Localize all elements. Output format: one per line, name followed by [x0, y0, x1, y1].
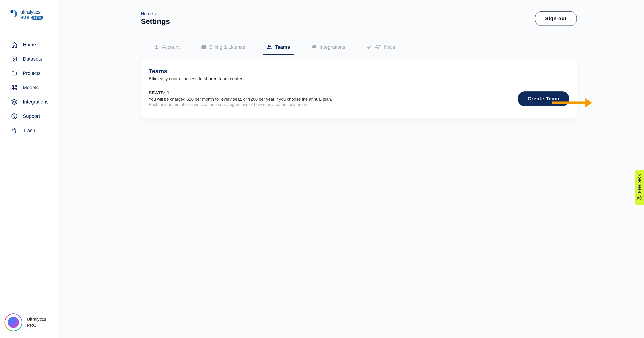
- settings-tabs: Account Billing & License Teams Integrat…: [141, 42, 577, 53]
- sidebar-item-label: Trash: [23, 128, 35, 134]
- svg-point-5: [156, 46, 158, 47]
- svg-rect-6: [202, 46, 206, 49]
- sidebar-item-label: Models: [23, 85, 39, 90]
- brand-name: ultralytics: [20, 9, 43, 15]
- sidebar-item-support[interactable]: Support: [0, 109, 58, 124]
- svg-point-4: [14, 117, 14, 118]
- credit-card-icon: [201, 44, 206, 50]
- sidebar-item-label: Integrations: [23, 99, 48, 105]
- create-team-button[interactable]: Create Team: [518, 92, 569, 106]
- svg-point-0: [10, 10, 14, 13]
- svg-point-8: [268, 46, 270, 47]
- svg-point-13: [640, 198, 640, 198]
- svg-point-12: [638, 198, 639, 198]
- tab-account[interactable]: Account: [152, 42, 182, 53]
- sidebar-item-label: Datasets: [23, 56, 42, 62]
- tab-integrations[interactable]: Integrations: [310, 42, 347, 53]
- svg-point-2: [13, 58, 14, 59]
- feedback-tab[interactable]: Feedback: [634, 170, 644, 205]
- card-description: Efficiently control access to shared tea…: [149, 76, 569, 81]
- seats-count: SEATS: 1: [149, 90, 332, 96]
- svg-point-9: [270, 46, 271, 47]
- nav-items: Home Datasets Projects Models Integratio…: [0, 26, 58, 138]
- sidebar-item-datasets[interactable]: Datasets: [0, 52, 58, 66]
- brand-beta: BETA: [31, 16, 44, 20]
- help-icon: [11, 113, 18, 119]
- people-icon: [267, 44, 272, 50]
- tab-apikeys[interactable]: API Keys: [365, 42, 397, 53]
- feedback-label: Feedback: [637, 174, 642, 193]
- seats-charge-line: You will be charged $20 per month for ev…: [149, 97, 332, 102]
- tab-label: API Keys: [375, 44, 395, 50]
- command-icon: [11, 84, 18, 91]
- sign-out-button[interactable]: Sign out: [535, 11, 577, 26]
- tab-teams[interactable]: Teams: [265, 42, 292, 53]
- tab-label: Teams: [275, 44, 290, 50]
- user-name: Ultralytics: [27, 317, 46, 322]
- tab-label: Account: [162, 44, 180, 50]
- sidebar-item-label: Projects: [23, 70, 40, 76]
- svg-point-11: [637, 196, 641, 200]
- avatar: [4, 314, 22, 331]
- svg-point-10: [368, 47, 370, 49]
- layers-icon: [11, 99, 18, 105]
- image-icon: [11, 56, 18, 62]
- breadcrumb[interactable]: Home >: [141, 11, 170, 16]
- sidebar-item-models[interactable]: Models: [0, 80, 58, 95]
- folder-icon: [11, 70, 18, 76]
- key-icon: [367, 44, 372, 50]
- tab-label: Billing & License: [209, 44, 245, 50]
- user-profile[interactable]: Ultralytics PRO: [0, 314, 58, 331]
- trash-icon: [11, 128, 18, 134]
- page-title: Settings: [141, 17, 170, 26]
- sidebar-item-label: Home: [23, 42, 36, 48]
- layers-icon: [312, 44, 317, 50]
- sidebar-item-home[interactable]: Home: [0, 38, 58, 52]
- logo-icon: [10, 9, 18, 20]
- card-title: Teams: [149, 68, 569, 75]
- breadcrumb-home[interactable]: Home: [141, 11, 153, 16]
- sidebar: ultralytics HUB BETA Home Datasets Proje…: [0, 0, 58, 338]
- sidebar-item-integrations[interactable]: Integrations: [0, 95, 58, 109]
- logo[interactable]: ultralytics HUB BETA: [0, 0, 58, 26]
- tab-billing[interactable]: Billing & License: [200, 42, 247, 53]
- breadcrumb-sep: >: [155, 11, 158, 16]
- sidebar-item-label: Support: [23, 113, 40, 119]
- smile-icon: [637, 196, 642, 200]
- home-icon: [11, 42, 18, 48]
- seats-note-line: Each unique member counts as one seat, r…: [149, 102, 332, 107]
- sidebar-item-trash[interactable]: Trash: [0, 124, 58, 138]
- tab-label: Integrations: [320, 44, 345, 50]
- main-content: Home > Settings Sign out Account Billing…: [58, 0, 644, 338]
- teams-card: Teams Efficiently control access to shar…: [141, 59, 577, 118]
- user-plan: PRO: [27, 323, 46, 328]
- person-icon: [154, 44, 159, 50]
- brand-hub: HUB: [20, 16, 30, 20]
- sidebar-item-projects[interactable]: Projects: [0, 66, 58, 80]
